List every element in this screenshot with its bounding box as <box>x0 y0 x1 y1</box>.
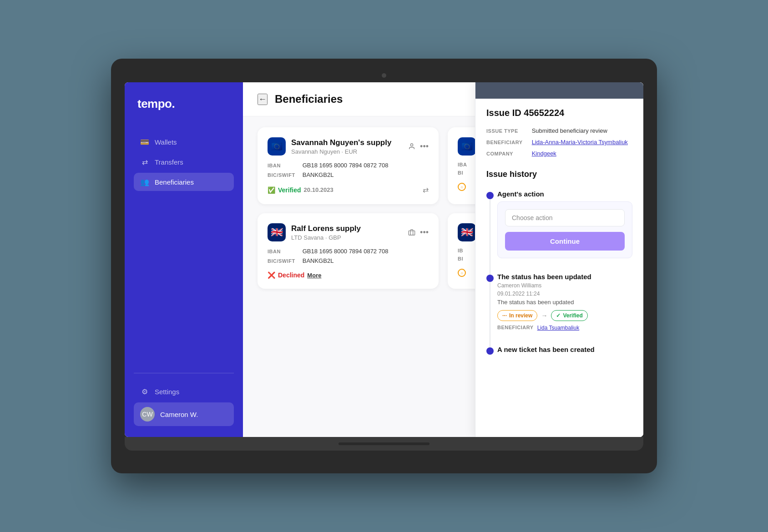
sidebar-item-label: Beneficiaries <box>155 178 194 186</box>
declined-label: Declined <box>278 271 304 279</box>
bic-value: BANKGB2L <box>303 257 429 264</box>
svg-point-0 <box>410 144 413 146</box>
issue-type-label: ISSUE TYPE <box>486 127 523 134</box>
timeline-item-new-ticket: A new ticket has been created <box>497 346 632 353</box>
timeline-title: A new ticket has been created <box>497 346 632 353</box>
card-status: ❌ Declined More <box>268 271 429 279</box>
sidebar-item-beneficiaries[interactable]: 👥 Beneficiaries <box>134 173 234 191</box>
timeline: Agent's action Choose action Continue <box>486 190 632 353</box>
card-fields: IBAN GB18 1695 8000 7894 0872 708 BIC/SW… <box>268 162 429 178</box>
card-header-left: 🇪🇺 Savannah Nguyen's supply Savannah Ngu… <box>268 137 391 156</box>
company-meta-value[interactable]: Kindgeek <box>532 150 632 157</box>
beneficiary-row: BENEFICIARY Lida Tsuambaliuk <box>497 325 632 331</box>
timeline-title: Agent's action <box>497 190 632 198</box>
more-options-button[interactable]: ••• <box>420 142 429 151</box>
bic-value: BANKGB2L <box>303 171 429 178</box>
iban-label: IB <box>458 248 463 253</box>
beneficiary-meta-label: BENEFICIARY <box>486 139 523 145</box>
beneficiaries-icon: 👥 <box>140 177 149 186</box>
company-meta-label: COMPANY <box>486 150 523 156</box>
topbar-left: ← Beneficiaries <box>258 93 343 105</box>
user-icon-button[interactable] <box>408 143 415 150</box>
avatar-initials: CW <box>142 411 152 418</box>
status-flow: ··· In review → ✓ Verified <box>497 310 632 321</box>
bic-label: BIC/SWIFT <box>268 258 295 264</box>
timeline-dot <box>486 275 494 282</box>
card-title-group: Savannah Nguyen's supply Savannah Nguyen… <box>291 138 391 155</box>
more-options-button[interactable]: ••• <box>420 228 429 237</box>
transfers-icon: ⇄ <box>140 157 149 166</box>
verified-badge: ✓ Verified <box>551 310 587 321</box>
continue-button[interactable]: Continue <box>505 232 625 251</box>
in-review-badge: ··· In review <box>497 310 537 321</box>
eu-flag-icon: 🇪🇺 <box>268 137 286 156</box>
timeline-item-agent-action: Agent's action Choose action Continue <box>497 190 632 258</box>
wallets-icon: 💳 <box>140 137 149 146</box>
card-title: Savannah Nguyen's supply <box>291 138 391 147</box>
sidebar-divider <box>134 373 234 373</box>
iban-label: IBAN <box>268 249 295 254</box>
settings-label: Settings <box>155 388 179 396</box>
card-title: Ralf Lorens supply <box>291 224 361 233</box>
page-title: Beneficiaries <box>275 93 343 105</box>
svg-rect-1 <box>409 231 414 235</box>
card-actions: ••• <box>408 228 429 237</box>
uk-flag-icon: 🇬🇧 <box>458 223 476 241</box>
sidebar-item-transfers[interactable]: ⇄ Transfers <box>134 153 234 171</box>
issue-type-value: Submitted beneficiary review <box>532 127 632 134</box>
issue-panel: Issue ID 45652224 ISSUE TYPE Submitted b… <box>475 82 643 437</box>
user-profile-item[interactable]: CW Cameron W. <box>134 402 234 426</box>
eu-flag-icon: 🇪🇺 <box>458 137 476 156</box>
sidebar-item-label: Wallets <box>155 138 177 146</box>
card-header-left: 🇬🇧 Ralf Lorens supply LTD Savana · GBP <box>268 223 361 241</box>
iban-label: IBA <box>458 162 467 167</box>
main-content: ← Beneficiaries Hide current issue Log o… <box>243 82 643 437</box>
user-name: Cameron W. <box>160 411 198 418</box>
agent-action-box: Choose action Continue <box>497 201 632 258</box>
more-link[interactable]: More <box>307 272 321 279</box>
back-button[interactable]: ← <box>258 94 268 105</box>
card-actions: ••• <box>408 142 429 151</box>
building-icon-button[interactable] <box>408 229 415 236</box>
card-header: 🇬🇧 Ralf Lorens supply LTD Savana · GBP <box>268 223 429 241</box>
verified-label: Verified <box>563 312 582 319</box>
settings-item[interactable]: ⚙ Settings <box>134 382 234 401</box>
timeline-dot <box>486 347 494 355</box>
timeline-item-status-updated: The status has been updated Cameron Will… <box>497 273 632 331</box>
timeline-date: 09.01.2022 11:24 <box>497 291 632 297</box>
app-logo: tempo. <box>134 97 234 111</box>
issue-history-title: Issue history <box>486 170 632 179</box>
beneficiary-row-label: BENEFICIARY <box>497 325 534 331</box>
nav-menu: 💳 Wallets ⇄ Transfers 👥 Beneficiaries <box>134 133 234 366</box>
card-header: 🇪🇺 Savannah Nguyen's supply Savannah Ngu… <box>268 137 429 156</box>
issue-id: Issue ID 45652224 <box>486 108 632 118</box>
in-review-icon: ○ <box>458 183 466 191</box>
action-select[interactable]: Choose action <box>505 209 625 226</box>
avatar: CW <box>140 407 155 422</box>
beneficiary-card-1: 🇪🇺 Savannah Nguyen's supply Savannah Ngu… <box>258 127 439 204</box>
iban-value: GB18 1695 8000 7894 0872 708 <box>303 162 429 169</box>
beneficiary-meta-value[interactable]: Lida-Anna-Maria-Victoria Tsymbaliuk <box>532 139 632 146</box>
timeline-title: The status has been updated <box>497 273 632 281</box>
card-subtitle: Savannah Nguyen · EUR <box>291 148 391 155</box>
card-status: ✅ Verified 20.10.2023 ⇄ <box>268 186 429 194</box>
verified-check-icon: ✅ <box>268 186 275 194</box>
issue-panel-body: Issue ID 45652224 ISSUE TYPE Submitted b… <box>475 99 643 377</box>
in-review-dot: ··· <box>502 312 507 319</box>
beneficiary-row-link[interactable]: Lida Tsuambaliuk <box>537 325 580 331</box>
status-date: 20.10.2023 <box>304 186 333 193</box>
issue-panel-header <box>475 82 643 99</box>
transfer-button[interactable]: ⇄ <box>423 186 429 194</box>
timeline-author: Cameron Williams <box>497 282 632 289</box>
card-fields: IBAN GB18 1695 8000 7894 0872 708 BIC/SW… <box>268 248 429 264</box>
sidebar-item-wallets[interactable]: 💳 Wallets <box>134 133 234 151</box>
sidebar-bottom: ⚙ Settings CW Cameron W. <box>134 366 234 426</box>
sidebar: tempo. 💳 Wallets ⇄ Transfers 👥 Beneficia… <box>125 82 243 437</box>
arrow-right-icon: → <box>541 312 547 319</box>
bic-label: BIC/SWIFT <box>268 172 295 178</box>
timeline-dot <box>486 192 494 199</box>
in-review-label: In review <box>509 312 532 319</box>
iban-value: GB18 1695 8000 7894 0872 708 <box>303 248 429 255</box>
declined-icon: ❌ <box>268 271 275 279</box>
declined-status: ❌ Declined More <box>268 271 321 279</box>
